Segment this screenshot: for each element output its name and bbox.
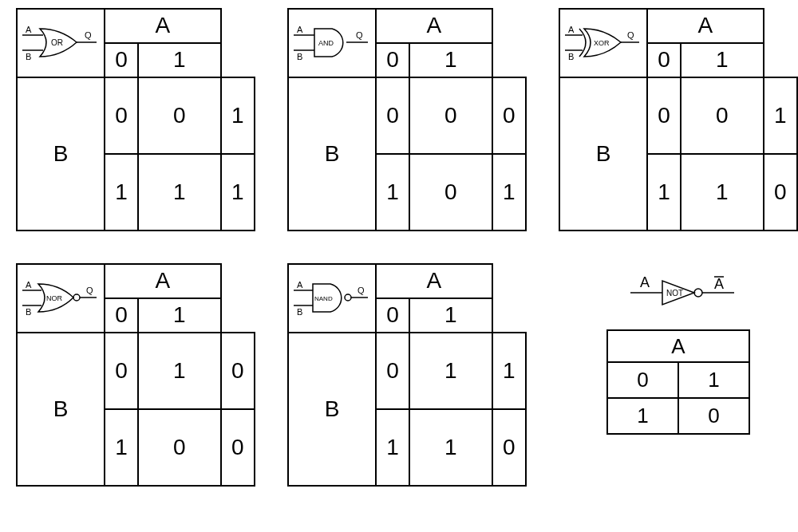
xor-out-q: Q	[627, 30, 634, 40]
or-header-a: A	[105, 9, 221, 43]
nor-row-b0: 0	[105, 333, 138, 409]
xor-header-b: B	[559, 77, 647, 231]
nand-in-b: B	[297, 307, 302, 317]
not-q1: 0	[678, 398, 749, 434]
nand-header-a: A	[376, 264, 492, 298]
or-row-b0: 0	[105, 77, 138, 154]
xor-truth-table: A B XOR Q A 0 1 B 0 0	[559, 8, 798, 231]
nor-col-a0: 0	[105, 298, 138, 333]
or-gate-symbol-cell: A B OR Q	[17, 9, 105, 77]
nor-gate-block: A B NOR Q A 0 1 B 0 1	[16, 263, 255, 487]
or-out-q: Q	[85, 30, 92, 40]
and-header-b: B	[288, 77, 376, 231]
not-col-a1: 1	[678, 362, 749, 398]
nor-header-b: B	[17, 333, 105, 486]
and-label: AND	[318, 39, 334, 47]
nand-label: NAND	[314, 295, 333, 302]
nand-in-a: A	[297, 280, 303, 290]
or-in-b: B	[26, 52, 31, 61]
not-label: NOT	[666, 289, 683, 298]
and-truth-table: A B AND Q A 0 1 B 0 0 0	[287, 8, 527, 231]
nand-q10: 1	[409, 409, 492, 486]
nor-in-b: B	[26, 307, 31, 317]
or-header-b: B	[17, 77, 105, 231]
nor-row-b1: 1	[105, 409, 138, 486]
xor-col-a1: 1	[681, 43, 764, 77]
xor-in-b: B	[568, 52, 574, 61]
svg-point-11	[73, 294, 80, 301]
nand-truth-table: A B NAND Q A 0 1 B 0 1	[287, 263, 527, 487]
xor-gate-icon: A B XOR Q	[563, 21, 643, 65]
nor-gate-icon: A B NOR Q	[21, 276, 101, 320]
or-q00: 0	[138, 77, 221, 154]
nand-col-a1: 1	[409, 298, 492, 333]
and-col-a0: 0	[376, 43, 409, 77]
not-out-abar: A	[714, 276, 724, 292]
and-out-q: Q	[356, 30, 363, 40]
not-in-a: A	[640, 274, 650, 290]
not-gate-icon: A NOT A	[606, 271, 750, 315]
xor-q00: 0	[681, 77, 764, 154]
nand-out-q: Q	[358, 286, 365, 295]
nor-in-a: A	[26, 280, 32, 290]
nor-q11: 0	[221, 409, 255, 486]
nand-row-b1: 1	[376, 409, 409, 486]
or-gate-block: A B OR Q A 0 1 B 0 0 1	[16, 8, 255, 231]
not-q0: 1	[607, 398, 678, 434]
nor-header-a: A	[105, 264, 221, 298]
or-q11: 1	[221, 154, 255, 231]
not-col-a0: 0	[607, 362, 678, 398]
nand-gate-symbol-cell: A B NAND Q	[288, 264, 376, 333]
and-header-a: A	[376, 9, 492, 43]
or-col-a1: 1	[138, 43, 221, 77]
nor-out-q: Q	[86, 286, 93, 295]
or-q01: 1	[221, 77, 255, 154]
nor-q01: 0	[221, 333, 255, 409]
xor-col-a0: 0	[647, 43, 681, 77]
nand-gate-icon: A B NAND Q	[292, 276, 372, 320]
nand-gate-block: A B NAND Q A 0 1 B 0 1	[287, 263, 527, 487]
or-col-a0: 0	[105, 43, 138, 77]
and-q01: 0	[492, 77, 526, 154]
nor-q10: 0	[138, 409, 221, 486]
nor-col-a1: 1	[138, 298, 221, 333]
xor-label: XOR	[594, 39, 610, 47]
svg-point-15	[345, 294, 351, 301]
nand-col-a0: 0	[376, 298, 409, 333]
and-gate-icon: A B AND Q	[292, 21, 372, 65]
or-in-a: A	[26, 25, 32, 34]
nand-header-b: B	[288, 333, 376, 486]
or-q10: 1	[138, 154, 221, 231]
nor-truth-table: A B NOR Q A 0 1 B 0 1	[16, 263, 255, 487]
and-row-b0: 0	[376, 77, 409, 154]
nor-q00: 1	[138, 333, 221, 409]
and-q00: 0	[409, 77, 492, 154]
xor-q01: 1	[764, 77, 797, 154]
not-header-a: A	[607, 330, 749, 362]
xor-gate-symbol-cell: A B XOR Q	[559, 9, 647, 77]
xor-q10: 1	[681, 154, 764, 231]
and-col-a1: 1	[409, 43, 492, 77]
and-in-a: A	[297, 25, 303, 34]
or-row-b1: 1	[105, 154, 138, 231]
xor-in-a: A	[568, 25, 575, 34]
and-gate-block: A B AND Q A 0 1 B 0 0 0	[287, 8, 527, 231]
or-label: OR	[51, 38, 63, 47]
or-truth-table: A B OR Q A 0 1 B 0 0 1	[16, 8, 255, 231]
nor-label: NOR	[46, 294, 63, 302]
or-gate-icon: A B OR Q	[21, 21, 101, 65]
nand-q11: 0	[492, 409, 526, 486]
not-gate-block: A NOT A A 0 1 1 0	[559, 263, 798, 487]
nand-q01: 1	[492, 333, 526, 409]
and-q10: 0	[409, 154, 492, 231]
and-gate-symbol-cell: A B AND Q	[288, 9, 376, 77]
xor-gate-block: A B XOR Q A 0 1 B 0 0	[559, 8, 798, 231]
xor-row-b1: 1	[647, 154, 681, 231]
not-truth-table: A 0 1 1 0	[606, 329, 750, 435]
and-q11: 1	[492, 154, 526, 231]
and-in-b: B	[297, 52, 302, 61]
nor-gate-symbol-cell: A B NOR Q	[17, 264, 105, 333]
xor-row-b0: 0	[647, 77, 681, 154]
xor-q11: 0	[764, 154, 797, 231]
xor-header-a: A	[647, 9, 764, 43]
